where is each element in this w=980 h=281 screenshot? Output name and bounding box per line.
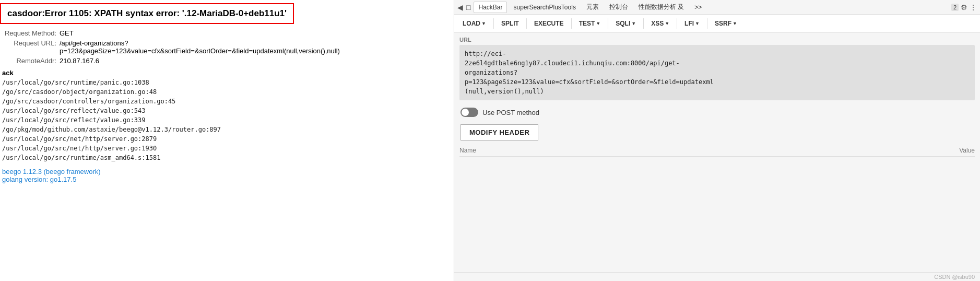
divider-3: [571, 18, 572, 29]
watermark-text: CSDN @isbu90: [934, 274, 975, 280]
remote-addr-row: RemoteAddr: 210.87.167.6: [2, 57, 452, 65]
use-post-label: Use POST method: [482, 109, 539, 116]
left-panel: casdoor:Error 1105: XPATH syntax error: …: [0, 0, 454, 281]
divider-7: [707, 18, 707, 29]
request-url-value: /api/get-organizations?p=123&pageSize=12…: [60, 39, 340, 55]
badge-count: 2: [951, 4, 959, 11]
load-arrow: ▼: [481, 21, 486, 26]
divider-6: [677, 18, 677, 29]
footer-section: beego 1.12.3 (beego framework) golang ve…: [0, 168, 454, 183]
tab-more[interactable]: >>: [690, 2, 706, 13]
error-text: casdoor:Error 1105: XPATH syntax error: …: [7, 8, 287, 18]
divider-1: [493, 18, 494, 29]
lfi-arrow: ▼: [695, 21, 700, 26]
use-post-toggle[interactable]: [461, 108, 478, 117]
back-icon[interactable]: ◀: [457, 3, 463, 11]
url-box[interactable]: http://eci-2ze6l4gdtbale6ng1y87.cloudeci…: [459, 45, 975, 100]
test-button[interactable]: TEST ▼: [574, 18, 606, 29]
toolbar: LOAD ▼ SPLIT EXECUTE TEST ▼ SQLI ▼ XSS ▼…: [454, 15, 980, 32]
xss-button[interactable]: XSS ▼: [646, 18, 675, 29]
xss-arrow: ▼: [665, 21, 669, 26]
stack-line-5: /usr/local/go/src/reflect/value.go:339: [2, 116, 146, 124]
remote-addr-value: 210.87.167.6: [60, 57, 99, 65]
footer-golang: golang version: go1.17.5: [2, 175, 452, 183]
bottom-bar: CSDN @isbu90: [454, 272, 980, 281]
execute-button[interactable]: EXECUTE: [529, 18, 569, 29]
url-label: URL: [459, 37, 975, 43]
divider-2: [526, 18, 527, 29]
ssrf-arrow: ▼: [733, 21, 737, 26]
tab-elements[interactable]: 元素: [582, 1, 603, 13]
right-header: ◀ □ HackBar superSearchPlusTools 元素 控制台 …: [454, 0, 980, 15]
ssrf-button[interactable]: SSRF ▼: [710, 18, 742, 29]
header-table-section: Name Value: [454, 143, 980, 157]
stack-line-2: /go/src/casdoor/object/organization.go:4…: [2, 88, 157, 96]
gear-icon[interactable]: ⚙: [961, 3, 967, 11]
tab-perf[interactable]: 性能数据分析 及: [634, 1, 688, 13]
stack-line-6: /go/pkg/mod/github.com/astaxie/beego@v1.…: [2, 126, 221, 133]
right-panel: ◀ □ HackBar superSearchPlusTools 元素 控制台 …: [454, 0, 980, 281]
remote-addr-label: RemoteAddr:: [2, 57, 60, 65]
divider-5: [643, 18, 644, 29]
use-post-row: Use POST method: [454, 102, 980, 122]
stack-label: ack: [2, 69, 452, 77]
stack-line-1: /usr/local/go/src/runtime/panic.go:1038: [2, 79, 149, 86]
lfi-button[interactable]: LFI ▼: [679, 18, 705, 29]
stack-line-3: /go/src/casdoor/controllers/organization…: [2, 98, 175, 105]
stack-line-8: /usr/local/go/src/net/http/server.go:193…: [2, 145, 157, 152]
modify-header-button[interactable]: MODIFY HEADER: [461, 124, 538, 140]
header-table-header: Name Value: [459, 147, 975, 157]
footer-beego: beego 1.12.3 (beego framework): [2, 168, 452, 175]
table-name-label: Name: [459, 147, 476, 154]
test-arrow: ▼: [596, 21, 600, 26]
stack-line-4: /usr/local/go/src/reflect/value.go:543: [2, 107, 146, 114]
sqli-button[interactable]: SQLI ▼: [610, 18, 641, 29]
sqli-arrow: ▼: [631, 21, 636, 26]
load-button[interactable]: LOAD ▼: [457, 18, 491, 29]
stack-section: ack /usr/local/go/src/runtime/panic.go:1…: [0, 69, 454, 162]
modify-header-container: MODIFY HEADER: [454, 122, 980, 143]
split-button[interactable]: SPLIT: [496, 18, 524, 29]
tab-supersearch[interactable]: superSearchPlusTools: [509, 2, 580, 13]
tab-console[interactable]: 控制台: [605, 1, 632, 13]
tab-hackbar[interactable]: HackBar: [474, 2, 507, 13]
url-section: URL http://eci-2ze6l4gdtbale6ng1y87.clou…: [454, 32, 980, 102]
request-url-label: Request URL:: [2, 39, 60, 55]
more-options-icon[interactable]: ⋮: [970, 3, 977, 11]
table-value-label: Value: [959, 147, 975, 154]
stack-line-7: /usr/local/go/src/net/http/server.go:287…: [2, 135, 157, 143]
request-method-row: Request Method: GET: [2, 29, 452, 37]
error-banner: casdoor:Error 1105: XPATH syntax error: …: [0, 3, 294, 24]
request-method-value: GET: [60, 29, 74, 37]
stack-trace: /usr/local/go/src/runtime/panic.go:1038 …: [2, 78, 452, 162]
request-method-label: Request Method:: [2, 29, 60, 37]
request-url-row: Request URL: /api/get-organizations?p=12…: [2, 39, 452, 55]
stack-line-9: /usr/local/go/src/runtime/asm_amd64.s:15…: [2, 154, 160, 161]
window-icon[interactable]: □: [466, 3, 470, 11]
divider-4: [608, 18, 608, 29]
info-section: Request Method: GET Request URL: /api/ge…: [0, 29, 454, 65]
